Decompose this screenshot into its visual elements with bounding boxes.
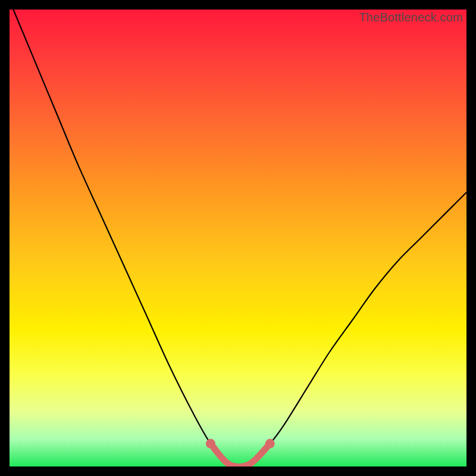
curve-layer [10,10,466,466]
bottleneck-curve [10,10,466,466]
optimal-flat-segment [211,444,270,466]
optimal-marker-left [206,439,215,449]
chart-frame: TheBottleneck.com [0,0,476,476]
plot-area: TheBottleneck.com [10,10,466,466]
optimal-marker-right [265,439,275,449]
